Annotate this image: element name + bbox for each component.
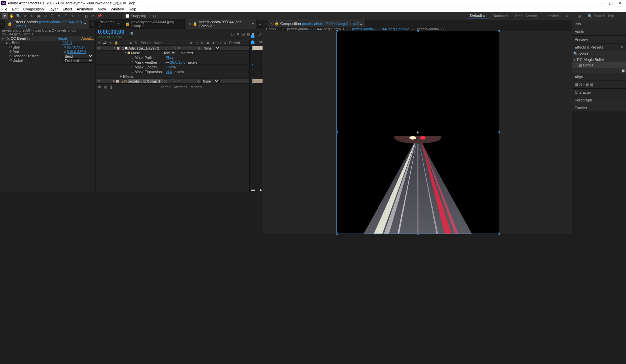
layer-name[interactable]: pexels-...g Comp 1 [128, 79, 163, 83]
stopwatch-icon[interactable]: ⏱ [8, 41, 12, 45]
pan-behind-tool[interactable]: ⊕ [43, 13, 49, 19]
position-icon[interactable]: ⊕ [63, 46, 67, 49]
render-prestart-select[interactable]: Bend [63, 54, 93, 58]
tab-menu-icon[interactable]: ≡ [117, 22, 119, 26]
tab-menu-icon[interactable]: ≡ [360, 22, 362, 26]
close-icon[interactable]: × [271, 22, 273, 26]
puppet-tool[interactable]: 📌 [97, 13, 103, 19]
paragraph-panel-header[interactable]: Paragraph [572, 96, 626, 104]
start-value[interactable]: 657.0,951.8 [67, 45, 86, 50]
position-icon[interactable]: ⊕ [63, 50, 67, 54]
menu-file[interactable]: File [1, 7, 7, 11]
brackets-icon[interactable]: {} [110, 85, 112, 89]
stopwatch-icon[interactable]: ⏱ [130, 56, 134, 59]
search-help-input[interactable] [594, 14, 624, 18]
effects-presets-header[interactable]: Effects & Presets≡ [572, 43, 626, 51]
zoom-in-icon[interactable]: ▲ [259, 187, 263, 191]
menu-help[interactable]: Help [129, 7, 136, 11]
timeline-search[interactable] [136, 32, 228, 36]
comp-flowchart-icon[interactable]: ⬚ [231, 32, 235, 36]
visibility-toggle[interactable]: 👁 [97, 79, 101, 83]
panel-overflow-icon[interactable]: » [263, 22, 268, 26]
layer-label-color[interactable] [116, 80, 119, 83]
lock-icon[interactable]: 🔒 [193, 22, 197, 26]
fx-enable-icon[interactable]: fx [7, 36, 10, 41]
source-col[interactable]: Source Name [141, 41, 181, 45]
frame-blend-icon[interactable]: ▥ [247, 32, 250, 36]
visibility-toggle[interactable]: 👁 [97, 46, 101, 50]
stopwatch-icon[interactable]: ⏱ [130, 70, 134, 73]
hide-shy-icon[interactable]: ▤ [241, 32, 245, 36]
menu-composition[interactable]: Composition [23, 7, 44, 11]
mask-toggle[interactable]: ▼ [124, 51, 127, 54]
align-panel-header[interactable]: Align [572, 73, 626, 81]
menu-window[interactable]: Window [111, 7, 124, 11]
roto-tool[interactable]: ✂ [90, 13, 96, 19]
timeline-tab-comp3[interactable]: 🔒pexels-photo-266044.jpeg Comp 3 [123, 19, 186, 29]
pen-tool[interactable]: ✒ [56, 13, 62, 19]
effect-reset[interactable]: Reset [57, 36, 67, 41]
render-queue-icon[interactable]: ▦ [104, 85, 107, 89]
timeline-tab-precomp2[interactable]: Pre-comp 2≡ [96, 19, 123, 29]
timeline-track-area[interactable]: 01 ▬ ▲ [249, 40, 263, 192]
layer-name[interactable]: Adjustm...Layer 2 [128, 46, 164, 50]
breadcrumb-item[interactable]: pexels-photo-266044.jpeg Comp 2 [352, 27, 409, 31]
type-tool[interactable]: T [63, 13, 69, 19]
workspace-grid-icon[interactable]: ▦ [576, 13, 582, 19]
stopwatch-icon[interactable]: ⏱ [130, 65, 134, 69]
solo-col-icon[interactable]: ● [109, 41, 112, 45]
mask-opacity-value[interactable]: 100 [166, 65, 172, 69]
new-bin-icon[interactable]: ▣ [621, 68, 625, 72]
info-panel-header[interactable]: Info [572, 20, 626, 28]
mask-expansion-value[interactable]: -4.0 [166, 70, 172, 74]
snap-option-icon[interactable]: ⟋ [148, 14, 152, 18]
mask-color[interactable] [128, 52, 130, 54]
shape-tool[interactable]: ◯ [49, 13, 55, 19]
parent-pick-icon[interactable]: ◎ [197, 79, 200, 83]
character-panel-header[interactable]: Character [572, 89, 626, 96]
graph-editor-icon[interactable]: ▢ [257, 32, 261, 36]
lock-icon[interactable]: 🔒 [125, 22, 130, 26]
stopwatch-icon[interactable]: ⏱ [9, 54, 12, 58]
clone-tool[interactable]: ⎌ [76, 13, 82, 19]
layer-bar[interactable] [252, 46, 263, 50]
workspace-menu-icon[interactable]: ≡ [483, 13, 485, 18]
menu-edit[interactable]: Edit [12, 7, 19, 11]
effect-group[interactable]: RG Magic Bullet [577, 58, 604, 62]
rotate-tool[interactable]: ↻ [29, 13, 35, 19]
breadcrumb-item[interactable]: pexels-photo-266... [417, 27, 448, 31]
draft-3d-icon[interactable]: ◈ [237, 32, 239, 36]
mask-name[interactable]: Mask 1 [131, 51, 161, 55]
workspace-standard[interactable]: Standard [489, 13, 511, 19]
panel-overflow-icon[interactable]: » [89, 22, 96, 26]
effect-preset[interactable]: Looks [583, 63, 593, 67]
snapping-checkbox[interactable] [126, 14, 129, 18]
lock-col-icon[interactable]: 🔒 [114, 41, 118, 45]
tracker-panel-header[interactable]: Tracker [572, 104, 626, 112]
effect-controls-tab[interactable]: 🔒 Effect Controls pexels-photo-266044.jp… [5, 19, 89, 29]
composition-viewer[interactable]: ✦ [263, 31, 572, 234]
close-icon[interactable]: × [189, 22, 191, 26]
visibility-col-icon[interactable]: 👁 [97, 41, 101, 45]
anchor-point-icon[interactable]: ✦ [416, 130, 419, 135]
camera-tool[interactable]: ▣ [36, 13, 42, 19]
label-col-icon[interactable]: ◆ [129, 41, 133, 45]
toggle-switches-modes[interactable]: Toggle Switches / Modes [115, 85, 247, 89]
brush-tool[interactable]: ✎ [70, 13, 76, 19]
breadcrumb-item[interactable]: Comp 1 [266, 27, 279, 31]
workspace-small[interactable]: Small Screen [512, 13, 540, 19]
composition-canvas[interactable]: ✦ [336, 31, 499, 234]
menu-layer[interactable]: Layer [49, 7, 58, 11]
library-panel-header[interactable]: 라이브러리 [572, 81, 626, 88]
maximize-button[interactable]: ▢ [609, 1, 613, 5]
effect-about[interactable]: About... [81, 36, 94, 41]
layer-toggle[interactable]: ▼ [113, 47, 116, 50]
panel-overflow-icon[interactable]: » [0, 22, 5, 26]
menu-animation[interactable]: Animation [77, 7, 93, 11]
layer-bar[interactable] [252, 79, 263, 83]
panel-overflow-icon[interactable]: » [257, 22, 263, 26]
tab-menu-icon[interactable]: ≡ [251, 22, 253, 26]
mask-mode-select[interactable]: Add [162, 51, 176, 55]
zoom-tool[interactable]: 🔍 [16, 13, 22, 19]
parent-select[interactable]: None [202, 46, 220, 50]
